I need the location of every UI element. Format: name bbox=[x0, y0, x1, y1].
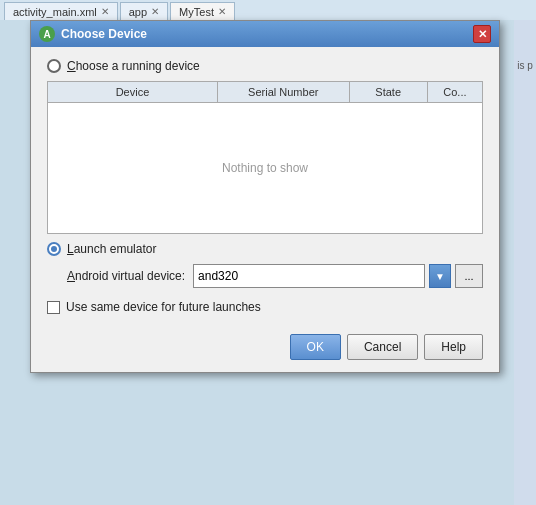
radio-launch-emulator-label: Launch emulator bbox=[67, 242, 156, 256]
radio-running-device-label: Choose a running device bbox=[67, 59, 200, 73]
side-panel: is p bbox=[514, 20, 536, 505]
radio-running-device-option[interactable]: Choose a running device bbox=[47, 59, 483, 73]
col-compat: Co... bbox=[428, 82, 482, 102]
avd-dropdown-arrow[interactable]: ▼ bbox=[429, 264, 451, 288]
tab-label: app bbox=[129, 6, 147, 18]
radio-running-device-btn[interactable] bbox=[47, 59, 61, 73]
tab-close-icon[interactable]: ✕ bbox=[218, 6, 226, 17]
avd-select-value: and320 bbox=[198, 269, 238, 283]
col-serial: Serial Number bbox=[218, 82, 350, 102]
dialog-app-icon: A bbox=[39, 26, 55, 42]
cancel-button[interactable]: Cancel bbox=[347, 334, 418, 360]
dialog-close-button[interactable]: ✕ bbox=[473, 25, 491, 43]
tab-mytest[interactable]: MyTest ✕ bbox=[170, 2, 235, 20]
dialog-title-text: Choose Device bbox=[61, 27, 147, 41]
tab-label: MyTest bbox=[179, 6, 214, 18]
col-state: State bbox=[350, 82, 428, 102]
radio-launch-emulator-option[interactable]: Launch emulator bbox=[47, 242, 483, 256]
choose-device-dialog: A Choose Device ✕ Choose a running devic… bbox=[30, 20, 500, 373]
avd-select-wrap: and320 ▼ ... bbox=[193, 264, 483, 288]
tab-activity-main[interactable]: activity_main.xml ✕ bbox=[4, 2, 118, 20]
col-device: Device bbox=[48, 82, 218, 102]
tab-close-icon[interactable]: ✕ bbox=[101, 6, 109, 17]
same-device-checkbox-row[interactable]: Use same device for future launches bbox=[47, 300, 483, 314]
ok-button[interactable]: OK bbox=[290, 334, 341, 360]
tab-app[interactable]: app ✕ bbox=[120, 2, 168, 20]
avd-select[interactable]: and320 bbox=[193, 264, 425, 288]
radio-launch-emulator-btn[interactable] bbox=[47, 242, 61, 256]
table-header: Device Serial Number State Co... bbox=[48, 82, 482, 103]
dialog-title-left: A Choose Device bbox=[39, 26, 147, 42]
tab-bar: activity_main.xml ✕ app ✕ MyTest ✕ bbox=[0, 0, 536, 20]
same-device-label: Use same device for future launches bbox=[66, 300, 261, 314]
tab-label: activity_main.xml bbox=[13, 6, 97, 18]
avd-label: Android virtual device: bbox=[67, 269, 185, 283]
avd-more-button[interactable]: ... bbox=[455, 264, 483, 288]
device-table: Device Serial Number State Co... Nothing… bbox=[47, 81, 483, 234]
dialog-titlebar: A Choose Device ✕ bbox=[31, 21, 499, 47]
same-device-checkbox[interactable] bbox=[47, 301, 60, 314]
help-button[interactable]: Help bbox=[424, 334, 483, 360]
tab-close-icon[interactable]: ✕ bbox=[151, 6, 159, 17]
avd-row: Android virtual device: and320 ▼ ... bbox=[47, 264, 483, 288]
dialog-body: Choose a running device Device Serial Nu… bbox=[31, 47, 499, 372]
dialog-button-row: OK Cancel Help bbox=[47, 330, 483, 360]
side-hint-text: is p bbox=[517, 60, 533, 71]
table-empty-message: Nothing to show bbox=[48, 103, 482, 233]
